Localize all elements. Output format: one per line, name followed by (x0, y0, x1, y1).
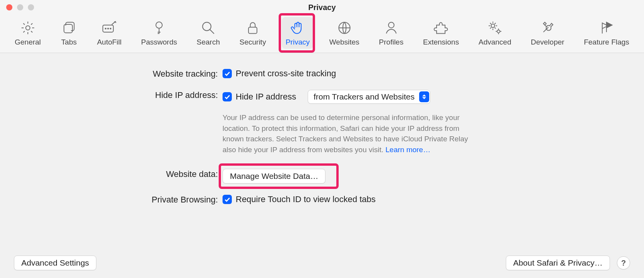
svg-rect-8 (248, 27, 257, 33)
window-close-button[interactable] (6, 4, 12, 10)
titlebar: Privacy (0, 0, 644, 15)
tab-feature-flags[interactable]: Feature Flags (580, 17, 633, 49)
row-website-tracking: Website tracking: Prevent cross-site tra… (15, 69, 629, 79)
tab-label: AutoFill (97, 38, 122, 46)
tab-label: Feature Flags (584, 38, 629, 46)
hand-icon (289, 19, 306, 36)
privacy-pane: Website tracking: Prevent cross-site tra… (0, 53, 644, 205)
search-icon (200, 19, 217, 36)
tab-security[interactable]: Security (236, 17, 270, 49)
gears-icon (486, 19, 504, 36)
tab-profiles[interactable]: Profiles (375, 17, 407, 49)
svg-point-6 (156, 22, 162, 28)
hide-ip-help-text: Your IP address can be used to determine… (223, 112, 478, 155)
advanced-settings-button[interactable]: Advanced Settings (14, 256, 96, 270)
tab-privacy[interactable]: Privacy (282, 17, 313, 49)
svg-point-11 (491, 24, 495, 27)
tab-extensions[interactable]: Extensions (419, 17, 463, 49)
svg-point-3 (105, 28, 106, 29)
manage-website-data-button[interactable]: Manage Website Data… (223, 169, 325, 184)
checkbox-label: Require Touch ID to view locked tabs (236, 194, 376, 204)
flags-icon (598, 19, 615, 36)
tab-general[interactable]: General (11, 17, 45, 49)
checkbox-hide-ip[interactable] (223, 92, 232, 101)
row-hide-ip: Hide IP address: Hide IP address from Tr… (15, 90, 629, 155)
row-website-data: Website data: Manage Website Data… (15, 169, 629, 184)
tab-search[interactable]: Search (193, 17, 224, 49)
tab-label: Developer (531, 38, 565, 46)
label-website-tracking: Website tracking: (15, 69, 223, 79)
about-safari-privacy-button[interactable]: About Safari & Privacy… (506, 256, 610, 270)
svg-point-0 (26, 26, 30, 30)
svg-point-10 (388, 22, 394, 28)
gear-icon (19, 19, 36, 36)
svg-point-4 (108, 28, 108, 29)
tab-label: Search (197, 38, 220, 46)
key-icon (151, 19, 168, 36)
tab-label: Tabs (61, 38, 77, 46)
tab-label: Advanced (478, 38, 511, 46)
tab-label: Security (240, 38, 266, 46)
label-private-browsing: Private Browsing: (15, 194, 223, 205)
tab-tabs[interactable]: Tabs (57, 17, 81, 49)
help-button[interactable]: ? (617, 256, 630, 269)
preferences-window: Privacy General Tabs AutoFill Passw (0, 0, 644, 278)
learn-more-link[interactable]: Learn more… (385, 146, 430, 154)
tab-developer[interactable]: Developer (527, 17, 569, 49)
svg-point-5 (110, 28, 111, 29)
tab-advanced[interactable]: Advanced (474, 17, 515, 49)
tab-label: Passwords (141, 38, 177, 46)
tab-label: Websites (329, 38, 360, 46)
svg-rect-1 (64, 24, 72, 33)
select-value: from Trackers and Websites (313, 92, 419, 101)
svg-point-12 (497, 30, 500, 33)
window-zoom-button[interactable] (28, 4, 34, 10)
select-hide-ip-from[interactable]: from Trackers and Websites (308, 90, 430, 104)
tab-websites[interactable]: Websites (325, 17, 363, 49)
traffic-lights (6, 4, 34, 10)
tabs-icon (60, 19, 77, 36)
tab-label: Profiles (379, 38, 403, 46)
tab-autofill[interactable]: AutoFill (93, 17, 125, 49)
bottom-bar: Advanced Settings About Safari & Privacy… (0, 256, 644, 270)
window-minimize-button[interactable] (17, 4, 23, 10)
help-text-body: Your IP address can be used to determine… (223, 113, 468, 154)
row-private-browsing: Private Browsing: Require Touch ID to vi… (15, 194, 629, 205)
person-icon (383, 19, 400, 36)
window-title: Privacy (0, 3, 644, 12)
autofill-icon (101, 19, 118, 36)
select-stepper-icon (419, 91, 429, 102)
checkbox-prevent-cross-site[interactable] (223, 69, 232, 78)
globe-icon (336, 19, 353, 36)
tab-label: Extensions (423, 38, 459, 46)
label-website-data: Website data: (15, 169, 223, 179)
puzzle-icon (432, 19, 449, 36)
tab-label: General (15, 38, 41, 46)
label-hide-ip: Hide IP address: (15, 90, 223, 100)
tab-label: Privacy (286, 38, 310, 46)
tab-passwords[interactable]: Passwords (137, 17, 181, 49)
preferences-toolbar: General Tabs AutoFill Passwords Search (0, 15, 644, 53)
lock-icon (244, 19, 261, 36)
checkbox-require-touch-id[interactable] (223, 195, 232, 204)
checkbox-label: Hide IP address (236, 92, 296, 102)
checkbox-label: Prevent cross-site tracking (236, 69, 336, 79)
tools-icon (539, 19, 556, 36)
